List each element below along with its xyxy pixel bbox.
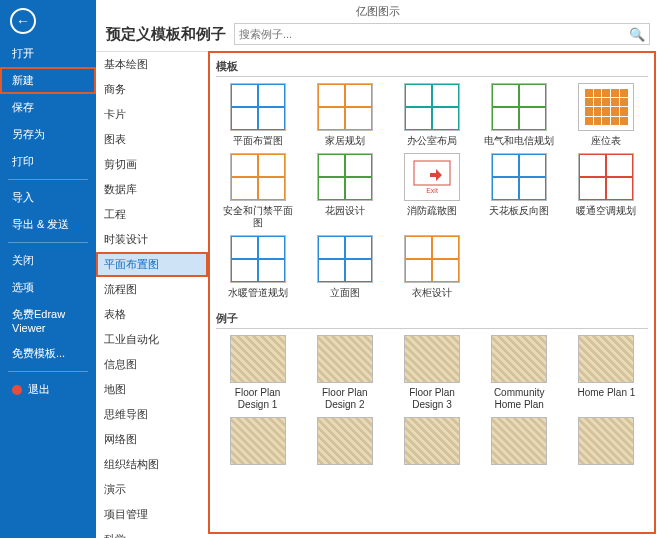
template-tile[interactable]: 安全和门禁平面图 [216, 153, 299, 229]
example-tile[interactable]: Home Plan 1 [565, 335, 648, 411]
template-label: 安全和门禁平面图 [220, 205, 296, 229]
template-label: 衣柜设计 [412, 287, 452, 299]
category-item[interactable]: 卡片 [96, 102, 208, 127]
nav-导出 & 发送[interactable]: 导出 & 发送 [0, 211, 96, 238]
template-tile[interactable]: 花园设计 [303, 153, 386, 229]
nav-另存为[interactable]: 另存为 [0, 121, 96, 148]
nav-选项[interactable]: 选项 [0, 274, 96, 301]
example-tile[interactable] [565, 417, 648, 469]
category-item[interactable]: 思维导图 [96, 402, 208, 427]
template-tile[interactable]: 水暖管道规划 [216, 235, 299, 299]
exit-icon [12, 385, 22, 395]
app-title: 亿图图示 [96, 0, 660, 23]
example-tile[interactable]: Community Home Plan [478, 335, 561, 411]
section-templates: 模板 [216, 57, 648, 77]
template-label: 平面布置图 [233, 135, 283, 147]
category-item[interactable]: 工程 [96, 202, 208, 227]
example-tile[interactable]: Floor Plan Design 1 [216, 335, 299, 411]
template-tile[interactable]: 立面图 [303, 235, 386, 299]
page-title: 预定义模板和例子 [106, 25, 226, 44]
nav-导入[interactable]: 导入 [0, 184, 96, 211]
category-item[interactable]: 信息图 [96, 352, 208, 377]
example-tile[interactable] [216, 417, 299, 469]
category-item[interactable]: 商务 [96, 77, 208, 102]
category-item[interactable]: 网络图 [96, 427, 208, 452]
back-button[interactable]: ← [10, 8, 36, 34]
template-tile[interactable]: 电气和电信规划 [478, 83, 561, 147]
nav-打开[interactable]: 打开 [0, 40, 96, 67]
category-item[interactable]: 平面布置图 [96, 252, 208, 277]
nav-关闭[interactable]: 关闭 [0, 247, 96, 274]
template-tile[interactable]: Exit消防疏散图 [390, 153, 473, 229]
template-tile[interactable]: 平面布置图 [216, 83, 299, 147]
example-tile[interactable] [478, 417, 561, 469]
template-label: 电气和电信规划 [484, 135, 554, 147]
template-tile[interactable]: 家居规划 [303, 83, 386, 147]
example-tile[interactable] [303, 417, 386, 469]
section-examples: 例子 [216, 309, 648, 329]
nav-打印[interactable]: 打印 [0, 148, 96, 175]
category-item[interactable]: 演示 [96, 477, 208, 502]
main-area: 亿图图示 预定义模板和例子 🔍 基本绘图商务卡片图表剪切画数据库工程时装设计平面… [96, 0, 660, 538]
template-label: 消防疏散图 [407, 205, 457, 217]
category-item[interactable]: 图表 [96, 127, 208, 152]
nav-免费模板...[interactable]: 免费模板... [0, 340, 96, 367]
example-label: Home Plan 1 [577, 387, 635, 399]
sidebar: ← 打开新建保存另存为打印导入导出 & 发送关闭选项免费Edraw Viewer… [0, 0, 96, 538]
example-tile[interactable] [390, 417, 473, 469]
category-item[interactable]: 工业自动化 [96, 327, 208, 352]
template-label: 天花板反向图 [489, 205, 549, 217]
template-label: 办公室布局 [407, 135, 457, 147]
example-label: Floor Plan Design 2 [307, 387, 383, 411]
nav-退出[interactable]: 退出 [0, 376, 96, 403]
search-icon[interactable]: 🔍 [629, 27, 645, 42]
svg-text:Exit: Exit [426, 187, 438, 194]
arrow-left-icon: ← [16, 13, 30, 29]
gallery-panel: 模板 平面布置图家居规划办公室布局电气和电信规划座位表安全和门禁平面图花园设计E… [208, 51, 656, 534]
search-box[interactable]: 🔍 [234, 23, 650, 45]
category-item[interactable]: 地图 [96, 377, 208, 402]
template-label: 水暖管道规划 [228, 287, 288, 299]
category-item[interactable]: 时装设计 [96, 227, 208, 252]
template-label: 暖通空调规划 [576, 205, 636, 217]
template-label: 座位表 [591, 135, 621, 147]
category-item[interactable]: 组织结构图 [96, 452, 208, 477]
category-item[interactable]: 数据库 [96, 177, 208, 202]
category-list: 基本绘图商务卡片图表剪切画数据库工程时装设计平面布置图流程图表格工业自动化信息图… [96, 51, 208, 538]
template-label: 家居规划 [325, 135, 365, 147]
template-label: 立面图 [330, 287, 360, 299]
nav-新建[interactable]: 新建 [0, 67, 96, 94]
nav-免费Edraw Viewer[interactable]: 免费Edraw Viewer [0, 301, 96, 340]
example-tile[interactable]: Floor Plan Design 3 [390, 335, 473, 411]
search-input[interactable] [239, 28, 629, 40]
example-tile[interactable]: Floor Plan Design 2 [303, 335, 386, 411]
template-tile[interactable]: 天花板反向图 [478, 153, 561, 229]
template-label: 花园设计 [325, 205, 365, 217]
category-item[interactable]: 基本绘图 [96, 52, 208, 77]
category-item[interactable]: 科学 [96, 527, 208, 538]
nav-保存[interactable]: 保存 [0, 94, 96, 121]
category-item[interactable]: 流程图 [96, 277, 208, 302]
template-tile[interactable]: 座位表 [565, 83, 648, 147]
template-tile[interactable]: 衣柜设计 [390, 235, 473, 299]
example-label: Community Home Plan [481, 387, 557, 411]
template-tile[interactable]: 暖通空调规划 [565, 153, 648, 229]
example-label: Floor Plan Design 3 [394, 387, 470, 411]
template-tile[interactable]: 办公室布局 [390, 83, 473, 147]
example-label: Floor Plan Design 1 [220, 387, 296, 411]
category-item[interactable]: 剪切画 [96, 152, 208, 177]
category-item[interactable]: 表格 [96, 302, 208, 327]
category-item[interactable]: 项目管理 [96, 502, 208, 527]
